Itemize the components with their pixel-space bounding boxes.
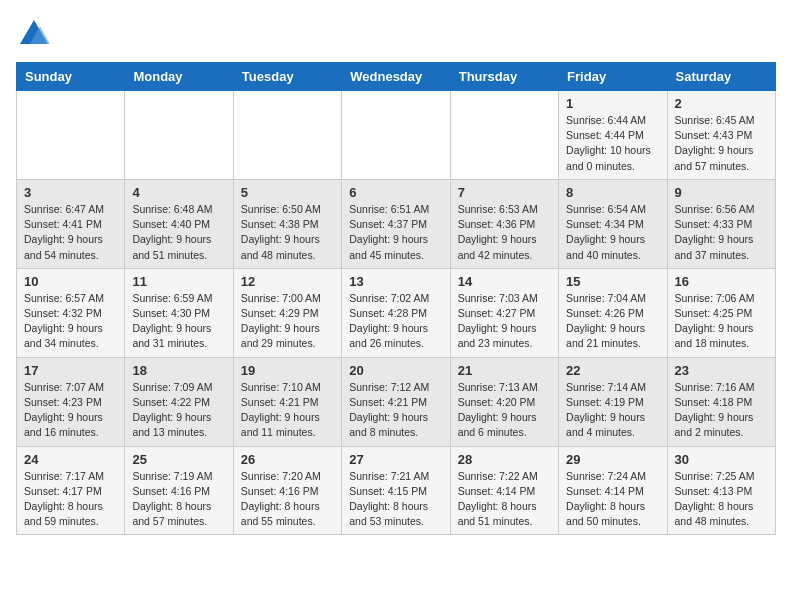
calendar-cell: 9Sunrise: 6:56 AM Sunset: 4:33 PM Daylig… — [667, 179, 775, 268]
calendar-cell: 1Sunrise: 6:44 AM Sunset: 4:44 PM Daylig… — [559, 91, 667, 180]
day-info: Sunrise: 7:20 AM Sunset: 4:16 PM Dayligh… — [241, 469, 334, 530]
calendar-cell: 11Sunrise: 6:59 AM Sunset: 4:30 PM Dayli… — [125, 268, 233, 357]
calendar-cell: 24Sunrise: 7:17 AM Sunset: 4:17 PM Dayli… — [17, 446, 125, 535]
calendar-cell: 4Sunrise: 6:48 AM Sunset: 4:40 PM Daylig… — [125, 179, 233, 268]
day-number: 23 — [675, 363, 768, 378]
calendar-cell: 8Sunrise: 6:54 AM Sunset: 4:34 PM Daylig… — [559, 179, 667, 268]
day-number: 5 — [241, 185, 334, 200]
calendar-cell: 16Sunrise: 7:06 AM Sunset: 4:25 PM Dayli… — [667, 268, 775, 357]
calendar-cell: 3Sunrise: 6:47 AM Sunset: 4:41 PM Daylig… — [17, 179, 125, 268]
calendar-cell: 7Sunrise: 6:53 AM Sunset: 4:36 PM Daylig… — [450, 179, 558, 268]
day-number: 15 — [566, 274, 659, 289]
logo-icon — [16, 16, 52, 52]
calendar-cell: 20Sunrise: 7:12 AM Sunset: 4:21 PM Dayli… — [342, 357, 450, 446]
calendar-cell: 30Sunrise: 7:25 AM Sunset: 4:13 PM Dayli… — [667, 446, 775, 535]
day-number: 2 — [675, 96, 768, 111]
calendar-cell: 27Sunrise: 7:21 AM Sunset: 4:15 PM Dayli… — [342, 446, 450, 535]
weekday-header-thursday: Thursday — [450, 63, 558, 91]
day-info: Sunrise: 7:03 AM Sunset: 4:27 PM Dayligh… — [458, 291, 551, 352]
calendar-cell — [233, 91, 341, 180]
calendar-cell: 22Sunrise: 7:14 AM Sunset: 4:19 PM Dayli… — [559, 357, 667, 446]
day-number: 26 — [241, 452, 334, 467]
calendar-cell — [125, 91, 233, 180]
calendar-cell: 25Sunrise: 7:19 AM Sunset: 4:16 PM Dayli… — [125, 446, 233, 535]
calendar-cell: 21Sunrise: 7:13 AM Sunset: 4:20 PM Dayli… — [450, 357, 558, 446]
day-info: Sunrise: 6:50 AM Sunset: 4:38 PM Dayligh… — [241, 202, 334, 263]
day-info: Sunrise: 6:54 AM Sunset: 4:34 PM Dayligh… — [566, 202, 659, 263]
calendar-cell — [342, 91, 450, 180]
day-info: Sunrise: 7:16 AM Sunset: 4:18 PM Dayligh… — [675, 380, 768, 441]
day-number: 9 — [675, 185, 768, 200]
weekday-header-row: SundayMondayTuesdayWednesdayThursdayFrid… — [17, 63, 776, 91]
calendar-cell: 19Sunrise: 7:10 AM Sunset: 4:21 PM Dayli… — [233, 357, 341, 446]
day-number: 21 — [458, 363, 551, 378]
weekday-header-monday: Monday — [125, 63, 233, 91]
day-info: Sunrise: 6:51 AM Sunset: 4:37 PM Dayligh… — [349, 202, 442, 263]
day-info: Sunrise: 7:13 AM Sunset: 4:20 PM Dayligh… — [458, 380, 551, 441]
calendar-table: SundayMondayTuesdayWednesdayThursdayFrid… — [16, 62, 776, 535]
day-number: 7 — [458, 185, 551, 200]
weekday-header-wednesday: Wednesday — [342, 63, 450, 91]
day-info: Sunrise: 7:21 AM Sunset: 4:15 PM Dayligh… — [349, 469, 442, 530]
day-info: Sunrise: 6:45 AM Sunset: 4:43 PM Dayligh… — [675, 113, 768, 174]
calendar-cell: 18Sunrise: 7:09 AM Sunset: 4:22 PM Dayli… — [125, 357, 233, 446]
calendar-cell: 5Sunrise: 6:50 AM Sunset: 4:38 PM Daylig… — [233, 179, 341, 268]
page-header — [16, 16, 776, 52]
weekday-header-sunday: Sunday — [17, 63, 125, 91]
week-row-2: 3Sunrise: 6:47 AM Sunset: 4:41 PM Daylig… — [17, 179, 776, 268]
day-number: 24 — [24, 452, 117, 467]
day-info: Sunrise: 7:06 AM Sunset: 4:25 PM Dayligh… — [675, 291, 768, 352]
day-number: 28 — [458, 452, 551, 467]
day-info: Sunrise: 7:17 AM Sunset: 4:17 PM Dayligh… — [24, 469, 117, 530]
calendar-cell: 26Sunrise: 7:20 AM Sunset: 4:16 PM Dayli… — [233, 446, 341, 535]
calendar-cell: 12Sunrise: 7:00 AM Sunset: 4:29 PM Dayli… — [233, 268, 341, 357]
day-number: 4 — [132, 185, 225, 200]
calendar-cell: 14Sunrise: 7:03 AM Sunset: 4:27 PM Dayli… — [450, 268, 558, 357]
day-info: Sunrise: 7:07 AM Sunset: 4:23 PM Dayligh… — [24, 380, 117, 441]
day-info: Sunrise: 7:24 AM Sunset: 4:14 PM Dayligh… — [566, 469, 659, 530]
calendar-cell: 23Sunrise: 7:16 AM Sunset: 4:18 PM Dayli… — [667, 357, 775, 446]
calendar-cell: 13Sunrise: 7:02 AM Sunset: 4:28 PM Dayli… — [342, 268, 450, 357]
day-number: 22 — [566, 363, 659, 378]
day-number: 8 — [566, 185, 659, 200]
day-number: 20 — [349, 363, 442, 378]
day-number: 13 — [349, 274, 442, 289]
day-number: 12 — [241, 274, 334, 289]
weekday-header-tuesday: Tuesday — [233, 63, 341, 91]
day-info: Sunrise: 6:44 AM Sunset: 4:44 PM Dayligh… — [566, 113, 659, 174]
calendar-cell: 15Sunrise: 7:04 AM Sunset: 4:26 PM Dayli… — [559, 268, 667, 357]
day-info: Sunrise: 6:59 AM Sunset: 4:30 PM Dayligh… — [132, 291, 225, 352]
day-number: 30 — [675, 452, 768, 467]
day-number: 19 — [241, 363, 334, 378]
day-number: 18 — [132, 363, 225, 378]
day-info: Sunrise: 7:02 AM Sunset: 4:28 PM Dayligh… — [349, 291, 442, 352]
day-info: Sunrise: 6:56 AM Sunset: 4:33 PM Dayligh… — [675, 202, 768, 263]
day-number: 25 — [132, 452, 225, 467]
week-row-1: 1Sunrise: 6:44 AM Sunset: 4:44 PM Daylig… — [17, 91, 776, 180]
day-info: Sunrise: 7:19 AM Sunset: 4:16 PM Dayligh… — [132, 469, 225, 530]
calendar-cell: 6Sunrise: 6:51 AM Sunset: 4:37 PM Daylig… — [342, 179, 450, 268]
day-info: Sunrise: 6:48 AM Sunset: 4:40 PM Dayligh… — [132, 202, 225, 263]
day-number: 11 — [132, 274, 225, 289]
day-number: 17 — [24, 363, 117, 378]
day-number: 29 — [566, 452, 659, 467]
day-info: Sunrise: 7:04 AM Sunset: 4:26 PM Dayligh… — [566, 291, 659, 352]
day-number: 27 — [349, 452, 442, 467]
calendar-cell: 17Sunrise: 7:07 AM Sunset: 4:23 PM Dayli… — [17, 357, 125, 446]
day-number: 10 — [24, 274, 117, 289]
day-number: 3 — [24, 185, 117, 200]
logo — [16, 16, 56, 52]
weekday-header-saturday: Saturday — [667, 63, 775, 91]
day-number: 1 — [566, 96, 659, 111]
day-number: 14 — [458, 274, 551, 289]
calendar-cell — [450, 91, 558, 180]
day-info: Sunrise: 6:57 AM Sunset: 4:32 PM Dayligh… — [24, 291, 117, 352]
calendar-cell: 10Sunrise: 6:57 AM Sunset: 4:32 PM Dayli… — [17, 268, 125, 357]
calendar-cell: 29Sunrise: 7:24 AM Sunset: 4:14 PM Dayli… — [559, 446, 667, 535]
day-info: Sunrise: 7:00 AM Sunset: 4:29 PM Dayligh… — [241, 291, 334, 352]
calendar-cell: 28Sunrise: 7:22 AM Sunset: 4:14 PM Dayli… — [450, 446, 558, 535]
day-info: Sunrise: 7:14 AM Sunset: 4:19 PM Dayligh… — [566, 380, 659, 441]
calendar-cell — [17, 91, 125, 180]
day-info: Sunrise: 7:22 AM Sunset: 4:14 PM Dayligh… — [458, 469, 551, 530]
weekday-header-friday: Friday — [559, 63, 667, 91]
